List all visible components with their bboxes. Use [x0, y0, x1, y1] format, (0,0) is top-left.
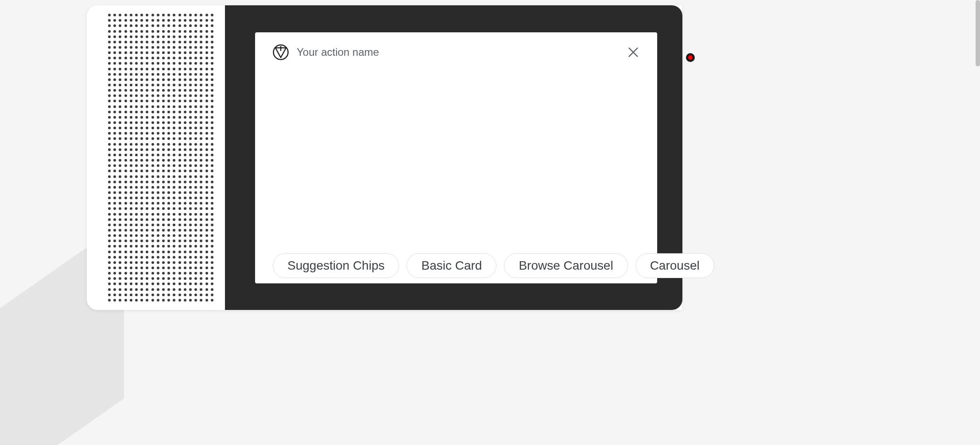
- chip-suggestion-chips[interactable]: Suggestion Chips: [273, 253, 399, 278]
- body-area: [255, 62, 657, 253]
- close-icon: [627, 46, 639, 58]
- chip-basic-card[interactable]: Basic Card: [407, 253, 496, 278]
- suggestion-chips-row: Suggestion Chips Basic Card Browse Carou…: [255, 253, 657, 283]
- app-title: Your action name: [297, 46, 625, 58]
- scrollbar-thumb[interactable]: [976, 0, 980, 66]
- chip-browse-carousel[interactable]: Browse Carousel: [504, 253, 628, 278]
- app-icon: [273, 44, 289, 60]
- camera-led-icon: [688, 55, 693, 60]
- close-button[interactable]: [625, 44, 641, 60]
- chip-carousel[interactable]: Carousel: [635, 253, 714, 278]
- screen-bezel: Your action name Suggestion Chips Basic …: [225, 5, 682, 310]
- header-bar: Your action name: [255, 32, 657, 62]
- screen-content: Your action name Suggestion Chips Basic …: [255, 32, 657, 283]
- camera-indicator: [686, 53, 695, 62]
- speaker-grille: [107, 12, 215, 303]
